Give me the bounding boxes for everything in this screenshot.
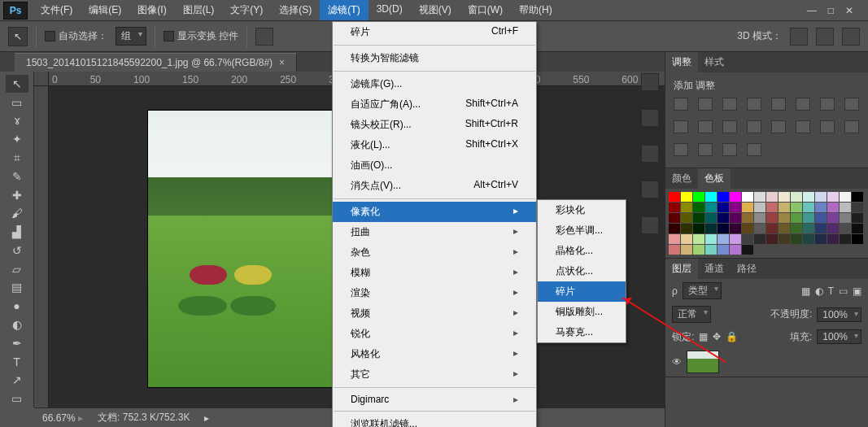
swatch[interactable] [693, 234, 704, 244]
tab-color[interactable]: 颜色 [665, 168, 698, 189]
submenu-item[interactable]: 碎片 [538, 281, 626, 302]
move-tool[interactable]: ↖ [6, 75, 28, 93]
swatch[interactable] [730, 245, 741, 255]
swatch[interactable] [852, 192, 863, 202]
auto-select-dropdown[interactable]: 组 [116, 27, 146, 46]
swatch[interactable] [718, 224, 729, 233]
tab-paths[interactable]: 路径 [731, 259, 763, 279]
swatch[interactable] [693, 224, 704, 233]
menu-item[interactable]: 其它 [333, 364, 536, 385]
swatch[interactable] [693, 192, 704, 202]
swatch[interactable] [730, 213, 741, 223]
swatch[interactable] [705, 234, 717, 244]
swatch[interactable] [730, 192, 741, 202]
pen-tool[interactable]: ✒ [6, 334, 28, 352]
menu-item[interactable]: 模糊 [333, 263, 536, 283]
layer-kind-dropdown[interactable]: 类型 [683, 282, 722, 299]
eraser-tool[interactable]: ▱ [6, 260, 28, 278]
swatch[interactable] [730, 234, 741, 244]
swatch[interactable] [730, 224, 741, 233]
swatch[interactable] [742, 224, 753, 233]
filter-shape-icon[interactable]: ▭ [839, 285, 848, 297]
swatch[interactable] [791, 203, 802, 212]
swatch[interactable] [742, 213, 753, 223]
clone-panel-icon[interactable] [641, 216, 659, 234]
swatch[interactable] [718, 203, 729, 212]
swatch[interactable] [693, 213, 704, 223]
maximize-button[interactable]: □ [828, 5, 834, 16]
swatch[interactable] [815, 234, 827, 244]
properties-panel-icon[interactable] [641, 145, 659, 163]
swatch[interactable] [754, 203, 765, 212]
swatch[interactable] [840, 203, 851, 212]
swatch[interactable] [840, 192, 851, 202]
swatch[interactable] [766, 234, 778, 244]
menu-帮助[interactable]: 帮助(H) [511, 0, 560, 20]
swatch[interactable] [766, 192, 778, 202]
swatch[interactable] [742, 234, 753, 244]
swatch[interactable] [705, 224, 717, 233]
menu-窗口[interactable]: 窗口(W) [460, 0, 511, 20]
swatch[interactable] [705, 192, 717, 202]
menu-item[interactable]: 滤镜库(G)... [333, 74, 536, 94]
swatch[interactable] [669, 192, 680, 202]
submenu-item[interactable]: 铜版雕刻... [538, 302, 626, 322]
swatch[interactable] [669, 213, 680, 223]
menu-item[interactable]: 消失点(V)...Alt+Ctrl+V [333, 176, 536, 196]
close-button[interactable]: ✕ [845, 5, 853, 16]
swatch[interactable] [705, 245, 717, 255]
lock-pixels-icon[interactable]: ▦ [699, 331, 708, 342]
swatch[interactable] [754, 213, 765, 223]
swatch[interactable] [681, 192, 692, 202]
swatch[interactable] [791, 224, 802, 233]
swatch[interactable] [840, 224, 851, 233]
menu-item[interactable]: 油画(O)... [333, 155, 536, 176]
swatch[interactable] [766, 224, 778, 233]
menu-item[interactable]: 杂色 [333, 242, 536, 263]
menu-item[interactable]: 扭曲 [333, 222, 536, 242]
heal-tool[interactable]: ✚ [6, 186, 28, 204]
swatch[interactable] [742, 192, 753, 202]
auto-select-checkbox[interactable]: 自动选择： [45, 29, 107, 43]
menu-item[interactable]: 自适应广角(A)...Shift+Ctrl+A [333, 94, 536, 115]
submenu-item[interactable]: 晶格化... [538, 241, 626, 261]
menu-滤镜[interactable]: 滤镜(T) [320, 0, 368, 20]
swatch[interactable] [852, 213, 863, 223]
swatch[interactable] [803, 224, 814, 233]
tab-channels[interactable]: 通道 [698, 259, 731, 279]
menu-item[interactable]: 碎片Ctrl+F [333, 22, 536, 42]
gradient-tool[interactable]: ▤ [6, 279, 28, 297]
stamp-tool[interactable]: ▟ [6, 223, 28, 241]
wand-tool[interactable]: ✦ [6, 130, 28, 148]
document-tab[interactable]: 1503_20141015121845592200_1.jpg @ 66.7%(… [15, 53, 297, 72]
swatch[interactable] [779, 203, 790, 212]
swatch[interactable] [852, 224, 863, 233]
swatch[interactable] [730, 203, 741, 212]
zoom-value[interactable]: 66.67% [42, 412, 83, 424]
submenu-item[interactable]: 点状化... [538, 261, 626, 281]
swatch[interactable] [742, 203, 753, 212]
menu-item[interactable]: 视频 [333, 303, 536, 324]
path-tool[interactable]: ↗ [6, 372, 28, 390]
swatch[interactable] [681, 203, 692, 212]
swatch[interactable] [693, 245, 704, 255]
swatch[interactable] [718, 234, 729, 244]
menu-选择[interactable]: 选择(S) [271, 0, 320, 20]
swatch[interactable] [681, 234, 692, 244]
swatch[interactable] [840, 234, 851, 244]
swatch[interactable] [742, 245, 753, 255]
swatch[interactable] [815, 203, 827, 212]
type-tool[interactable]: T [6, 353, 28, 371]
swatch[interactable] [827, 213, 839, 223]
swatch[interactable] [840, 213, 851, 223]
3d-pan-icon[interactable] [816, 28, 834, 46]
swatch[interactable] [669, 203, 680, 212]
show-transform-checkbox[interactable]: 显示变换 控件 [164, 29, 238, 43]
menu-item[interactable]: 镜头校正(R)...Shift+Ctrl+R [333, 115, 536, 135]
swatch[interactable] [681, 224, 692, 233]
submenu-item[interactable]: 彩色半调... [538, 220, 626, 241]
menu-item[interactable]: 像素化 [333, 202, 536, 222]
menu-图像[interactable]: 图像(I) [129, 0, 174, 20]
swatch[interactable] [791, 213, 802, 223]
swatch[interactable] [803, 203, 814, 212]
